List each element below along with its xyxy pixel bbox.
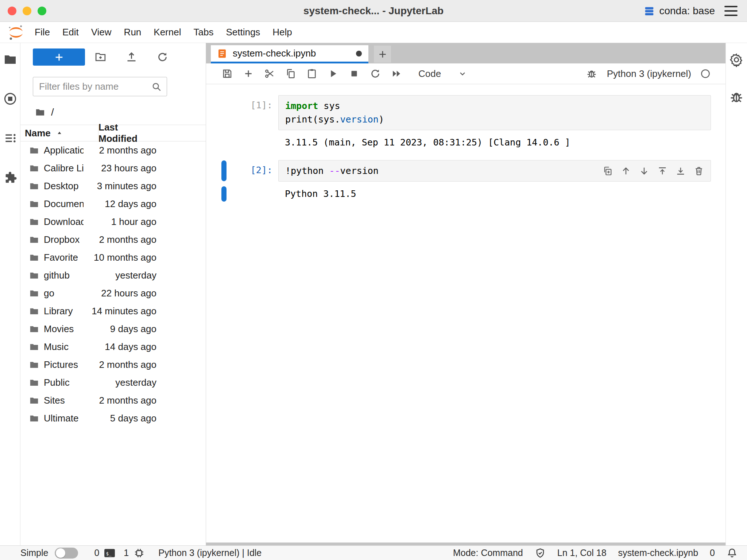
move-cell-down-button[interactable]: [637, 164, 651, 178]
paste-cells-button[interactable]: [305, 67, 318, 80]
menubar: FileEditViewRunKernelTabsSettingsHelp: [0, 22, 747, 43]
move-cell-up-button[interactable]: [619, 164, 633, 178]
add-tab-button[interactable]: [374, 46, 391, 63]
list-item[interactable]: Movies9 days ago: [20, 320, 206, 338]
bell-icon[interactable]: [727, 548, 738, 559]
close-window-button[interactable]: [8, 7, 16, 15]
cell-output: 3.11.5 (main, Sep 11 2023, 08:31:25) [Cl…: [278, 135, 711, 151]
folder-icon: [29, 413, 39, 423]
output-collapser[interactable]: [221, 135, 227, 150]
debugger-toggle-button[interactable]: [585, 67, 598, 80]
menu-item-tabs[interactable]: Tabs: [187, 22, 220, 43]
kernel-status-text[interactable]: Python 3 (ipykernel) | Idle: [158, 548, 262, 557]
notification-count[interactable]: 0: [710, 548, 715, 557]
tab-dirty-close-indicator[interactable]: [356, 51, 362, 57]
extension-manager-tab[interactable]: [3, 171, 17, 184]
window-controls: [8, 7, 46, 15]
refresh-file-list-button[interactable]: [147, 48, 178, 66]
home-folder-icon[interactable]: [35, 107, 45, 117]
list-item[interactable]: Pictures2 months ago: [20, 356, 206, 374]
duplicate-cell-button[interactable]: [600, 164, 615, 178]
copy-cells-button[interactable]: [284, 67, 297, 80]
zoom-window-button[interactable]: [38, 7, 46, 15]
hamburger-menu-icon[interactable]: [724, 6, 738, 16]
interrupt-kernel-button[interactable]: [348, 67, 361, 80]
file-modified: 14 minutes ago: [84, 306, 156, 317]
property-inspector-tab[interactable]: [729, 52, 744, 67]
name-column-header[interactable]: Name: [25, 125, 98, 141]
list-item[interactable]: githubyesterday: [20, 267, 206, 284]
restart-run-all-button[interactable]: [390, 67, 403, 80]
minimize-window-button[interactable]: [23, 7, 31, 15]
list-item[interactable]: Publicyesterday: [20, 374, 206, 392]
modified-column-header[interactable]: Last Modified: [98, 125, 156, 141]
kernel-count[interactable]: 1: [124, 548, 129, 557]
list-item[interactable]: Applications2 months ago: [20, 141, 206, 159]
list-item[interactable]: Sites2 months ago: [20, 392, 206, 409]
list-item[interactable]: Music14 days ago: [20, 338, 206, 356]
command-mode-status[interactable]: Mode: Command: [453, 548, 523, 557]
notebook-cell[interactable]: [1]:import sysprint(sys.version)3.11.5 (…: [206, 95, 725, 151]
table-of-contents-tab[interactable]: [3, 131, 17, 145]
delete-cell-button[interactable]: [692, 164, 706, 178]
menu-item-run[interactable]: Run: [118, 22, 148, 43]
new-launcher-button[interactable]: [33, 48, 85, 66]
cell-type-dropdown[interactable]: Code: [418, 68, 467, 79]
running-sessions-tab[interactable]: [3, 92, 17, 106]
modified-column-label: Last Modified: [98, 122, 156, 144]
list-item[interactable]: go22 hours ago: [20, 284, 206, 302]
kernel-chip-icon: [133, 548, 145, 559]
insert-cell-above-button[interactable]: [655, 164, 670, 178]
cursor-position-status[interactable]: Ln 1, Col 18: [557, 548, 607, 557]
file-modified: 5 days ago: [84, 413, 156, 424]
file-name: github: [44, 270, 84, 281]
notebook-cell[interactable]: [2]:!python --versionPython 3.11.5: [206, 160, 725, 202]
restart-kernel-button[interactable]: [369, 67, 382, 80]
copy-icon: [285, 68, 296, 79]
breadcrumb-root[interactable]: /: [51, 106, 54, 118]
list-item[interactable]: Dropbox2 months ago: [20, 231, 206, 249]
file-name: Sites: [44, 395, 84, 406]
list-item[interactable]: Ultimate5 days ago: [20, 409, 206, 427]
run-cell-button[interactable]: [326, 67, 340, 80]
input-collapser[interactable]: [221, 160, 227, 181]
input-collapser[interactable]: [221, 96, 227, 130]
notebook-toolbar: Code Python 3 (ipykernel): [206, 63, 725, 84]
kernel-name-button[interactable]: Python 3 (ipykernel): [607, 68, 691, 79]
folder-icon: [29, 217, 39, 227]
list-item[interactable]: Desktop3 minutes ago: [20, 177, 206, 195]
conda-env-label: conda: base: [659, 5, 715, 17]
cut-cells-button[interactable]: [263, 67, 276, 80]
tab-bar: system-check.ipynb: [206, 43, 725, 63]
menu-item-help[interactable]: Help: [266, 22, 298, 43]
list-item[interactable]: Documents12 days ago: [20, 195, 206, 213]
tab-system-check-ipynb[interactable]: system-check.ipynb: [211, 45, 368, 63]
terminal-count[interactable]: 0: [94, 548, 99, 557]
debugger-panel-tab[interactable]: [729, 90, 744, 104]
list-item[interactable]: Downloads1 hour ago: [20, 213, 206, 231]
filter-files-input[interactable]: [33, 77, 167, 96]
file-name: Favorite: [44, 252, 84, 263]
list-item[interactable]: Library14 minutes ago: [20, 302, 206, 320]
folder-icon: [29, 253, 39, 262]
menu-item-kernel[interactable]: Kernel: [147, 22, 187, 43]
dock-panel: system-check.ipynb: [206, 43, 725, 545]
cell-editor[interactable]: !python --version: [278, 160, 711, 182]
file-name: Desktop: [44, 180, 84, 192]
upload-files-button[interactable]: [116, 48, 147, 66]
cell-editor[interactable]: import sysprint(sys.version): [278, 95, 711, 130]
save-button[interactable]: [221, 67, 234, 80]
menu-item-edit[interactable]: Edit: [56, 22, 85, 43]
menu-item-settings[interactable]: Settings: [220, 22, 266, 43]
list-item[interactable]: Favorite10 months ago: [20, 249, 206, 267]
insert-cell-button[interactable]: [242, 67, 255, 80]
simple-interface-toggle[interactable]: [55, 548, 78, 559]
list-item[interactable]: Calibre Lib...23 hours ago: [20, 159, 206, 177]
conda-env-icon: [644, 5, 655, 16]
new-folder-button[interactable]: [85, 48, 116, 66]
insert-cell-below-button[interactable]: [673, 164, 688, 178]
file-browser-tab[interactable]: [3, 52, 17, 66]
menu-item-file[interactable]: File: [28, 22, 56, 43]
menu-item-view[interactable]: View: [85, 22, 118, 43]
output-collapser[interactable]: [221, 186, 227, 202]
